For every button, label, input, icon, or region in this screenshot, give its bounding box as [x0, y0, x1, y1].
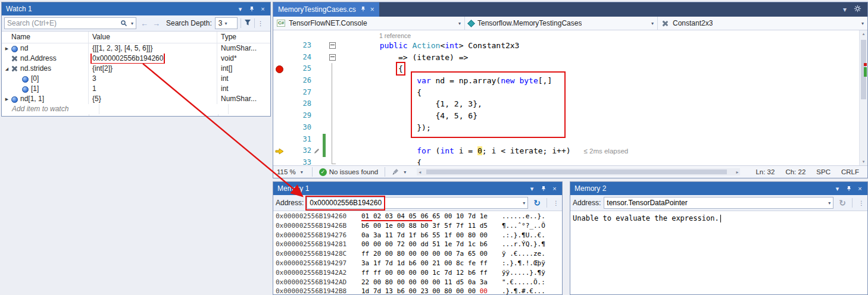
search-icon[interactable]	[119, 20, 129, 27]
vertical-scrollbar[interactable]: ▴ ▾	[859, 30, 867, 165]
search-depth-select[interactable]: 3 ▾	[215, 17, 238, 29]
add-watch-item-label[interactable]: Add item to watch	[2, 104, 99, 114]
code-text[interactable]: var nd = np.array(new byte[,]	[338, 75, 867, 87]
scroll-up-icon[interactable]: ▴	[860, 32, 867, 36]
outline-margin[interactable]	[327, 75, 338, 87]
code-text[interactable]: public Action<int> Constant2x3	[338, 40, 867, 52]
chevron-down-icon[interactable]: ▾	[129, 21, 136, 26]
code-text[interactable]: });	[338, 122, 867, 134]
watch-titlebar[interactable]: Watch 1 ▾ ×	[2, 2, 270, 15]
code-line[interactable]: 31	[273, 134, 867, 146]
code-line[interactable]: 33 {	[273, 157, 867, 165]
toolbar-overflow-icon[interactable]: ⋮	[258, 20, 264, 27]
memory2-titlebar[interactable]: Memory 2 ▾ ×	[570, 182, 867, 195]
code-text[interactable]: => (iterate) =>	[338, 52, 867, 64]
breakpoint-margin[interactable]	[273, 52, 285, 64]
code-text[interactable]: for (int i = 0; i < iterate; i++)≤ 2ms e…	[338, 145, 867, 157]
outline-margin[interactable]	[327, 63, 338, 75]
breakpoint-margin[interactable]	[273, 98, 285, 110]
watch-row[interactable]: ▶nd[1, 1]{5}NumShar...	[2, 94, 270, 104]
address-input[interactable]	[604, 199, 826, 207]
code-area[interactable]: 1 reference23 public Action<int> Constan…	[273, 30, 867, 165]
project-dropdown[interactable]: C# TensorFlowNET.Console ▾	[273, 17, 465, 30]
collapse-icon[interactable]	[329, 54, 336, 61]
code-line[interactable]: 30 });	[273, 122, 867, 134]
memory1-titlebar[interactable]: Memory 1 ▾ ×	[273, 182, 562, 195]
scroll-down-icon[interactable]: ▾	[860, 159, 867, 164]
breakpoint-icon[interactable]	[276, 65, 283, 73]
eol-indicator[interactable]: CRLF	[841, 168, 859, 175]
expander-icon[interactable]: ◢	[4, 64, 10, 74]
outline-margin[interactable]	[327, 87, 338, 99]
address-combobox[interactable]: ▾	[307, 197, 528, 209]
gear-icon[interactable]	[854, 5, 861, 14]
watch-value-cell[interactable]: {5}	[89, 94, 217, 104]
current-statement-icon[interactable]	[273, 145, 285, 157]
breakpoint-margin[interactable]	[273, 122, 285, 134]
memory1-grid[interactable]: 0x000002556B19426001 02 03 04 05 06 65 0…	[273, 211, 562, 294]
code-line[interactable]: 32 for (int i = 0; i < iterate; i++)≤ 2m…	[273, 145, 867, 157]
search-prev-icon[interactable]: ←	[140, 19, 148, 28]
code-text[interactable]	[338, 134, 867, 146]
watch-value-cell[interactable]: {[[1, 2, 3], [4, 5, 6]]}	[89, 43, 217, 54]
toolbar-overflow-icon[interactable]: ⋮	[858, 200, 865, 206]
chevron-down-icon[interactable]: ▾	[520, 200, 527, 206]
chevron-down-icon[interactable]: ▾	[826, 200, 833, 206]
char-indicator[interactable]: Ch: 22	[785, 168, 805, 175]
watch-row[interactable]: ▶nd{[[1, 2, 3], [4, 5, 6]]}NumShar...	[2, 43, 270, 54]
watch-value-cell[interactable]: 0x000002556b194260	[89, 54, 217, 64]
breakpoint-margin[interactable]	[273, 134, 285, 146]
window-menu-icon[interactable]: ▾	[527, 184, 537, 194]
window-menu-icon[interactable]: ▾	[235, 4, 245, 14]
refresh-icon[interactable]: ↻	[839, 198, 846, 208]
issues-indicator[interactable]: ✓ No issues found	[316, 166, 382, 178]
close-icon[interactable]: ×	[258, 4, 268, 14]
watch-row[interactable]: nd.Address0x000002556b194260void*	[2, 54, 270, 64]
outline-margin[interactable]	[327, 122, 338, 134]
scroll-right-icon[interactable]: ▸	[736, 168, 738, 175]
type-dropdown[interactable]: Tensorflow.MemoryTestingCases ▾	[465, 17, 658, 30]
horizontal-scrollbar[interactable]: ◂ ▸	[417, 168, 740, 175]
code-text[interactable]: {	[338, 157, 867, 165]
breakpoint-margin[interactable]	[273, 157, 285, 165]
address-input[interactable]	[307, 199, 520, 207]
breakpoint-margin[interactable]	[273, 110, 285, 122]
line-indicator[interactable]: Ln: 32	[755, 168, 775, 175]
expander-icon[interactable]: ▶	[4, 94, 10, 104]
pin-icon[interactable]	[360, 5, 366, 14]
code-line[interactable]: 29 {4, 5, 6}	[273, 110, 867, 122]
pin-icon[interactable]	[538, 184, 548, 194]
close-icon[interactable]: ×	[370, 5, 374, 14]
tab-memorytestingcases[interactable]: MemoryTestingCases.cs ×	[273, 2, 379, 17]
code-line[interactable]: 24 => (iterate) =>	[273, 52, 867, 64]
outline-margin[interactable]	[327, 134, 338, 146]
spaces-indicator[interactable]: SPC	[816, 168, 830, 175]
refresh-icon[interactable]: ↻	[533, 198, 541, 208]
address-combobox[interactable]: ▾	[604, 197, 833, 209]
column-header-value[interactable]: Value	[89, 32, 217, 43]
outline-margin[interactable]	[327, 110, 338, 122]
add-watch-item-row[interactable]: Add item to watch	[2, 104, 270, 114]
outline-margin[interactable]	[327, 98, 338, 110]
outline-margin[interactable]	[327, 145, 338, 157]
window-menu-icon[interactable]: ▾	[832, 184, 842, 194]
scrollbar-thumb[interactable]	[426, 170, 727, 174]
code-cleanup-button[interactable]: ▾	[388, 166, 412, 178]
code-line[interactable]: 25 {	[273, 63, 867, 75]
code-line[interactable]: 28 {1, 2, 3},	[273, 98, 867, 110]
breakpoint-margin[interactable]	[273, 87, 285, 99]
search-input[interactable]	[5, 19, 119, 27]
outline-margin[interactable]	[327, 52, 338, 64]
collapse-icon[interactable]	[329, 42, 336, 49]
column-header-name[interactable]: Name	[2, 32, 89, 43]
code-text[interactable]: {	[338, 87, 867, 99]
expander-icon[interactable]: ▶	[4, 43, 10, 54]
zoom-select[interactable]: 115 % ▾	[273, 166, 309, 178]
code-line[interactable]: 27 {	[273, 87, 867, 99]
breakpoint-margin[interactable]	[273, 63, 285, 75]
column-header-type[interactable]: Type	[217, 32, 270, 43]
scroll-left-icon[interactable]: ◂	[419, 168, 421, 175]
filter-icon[interactable]	[244, 19, 251, 28]
code-lens-references[interactable]: 1 reference	[273, 32, 867, 40]
close-icon[interactable]: ×	[549, 184, 560, 194]
